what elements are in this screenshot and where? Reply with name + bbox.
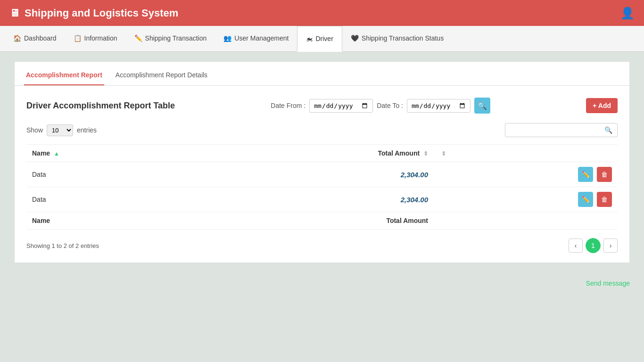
nav-label-shipping-transaction-status: Shipping Transaction Status: [362, 34, 444, 42]
search-box: 🔍: [505, 123, 618, 137]
users-icon: 👥: [223, 34, 231, 42]
sort-neutral-icon-2: ⇕: [441, 150, 446, 157]
search-input[interactable]: [505, 124, 600, 137]
page-1-button[interactable]: 1: [586, 238, 601, 253]
send-message-label: Send message: [586, 280, 630, 287]
date-from-label: Date From :: [271, 102, 305, 109]
sub-tab-accomplishment-report[interactable]: Accomplishment Report: [24, 67, 104, 85]
row-2-amount: 2,304.00: [183, 187, 434, 212]
nav-label-shipping-transaction: Shipping Transaction: [145, 34, 207, 42]
table-row: Data 2,304.00 ✏️ 🗑: [26, 187, 618, 212]
monitor-icon: 🖥: [9, 7, 20, 19]
edit-icon: ✏️: [134, 34, 142, 42]
send-message[interactable]: Send message: [0, 272, 644, 294]
main-nav: 🏠 Dashboard 📋 Information ✏️ Shipping Tr…: [0, 26, 644, 52]
app-title: Shipping and Logistics System: [25, 7, 178, 19]
nav-item-driver[interactable]: 🏍 Driver: [297, 26, 342, 52]
user-icon[interactable]: 👤: [620, 7, 635, 20]
show-entries-left: Show 10 25 50 100 entries: [26, 124, 97, 136]
date-filter: Date From : Date To : 🔍: [271, 98, 490, 114]
col-actions: ⇕: [434, 145, 618, 162]
sub-tabs: Accomplishment Report Accomplishment Rep…: [14, 61, 630, 85]
entries-label: entries: [77, 126, 97, 134]
showing-text: Showing 1 to 2 of 2 entries: [26, 242, 99, 249]
app-title-group: 🖥 Shipping and Logistics System: [9, 7, 178, 19]
main-content: Accomplishment Report Accomplishment Rep…: [0, 52, 644, 272]
prev-page-button[interactable]: ‹: [569, 239, 583, 253]
col-total-amount-label: Total Amount: [378, 149, 420, 157]
col-name: Name ▲: [26, 145, 183, 162]
add-button[interactable]: + Add: [586, 98, 618, 113]
show-entries-row: Show 10 25 50 100 entries 🔍: [26, 123, 618, 137]
app-header: 🖥 Shipping and Logistics System 👤: [0, 0, 644, 26]
table-header: Name ▲ Total Amount ⇕ ⇕: [26, 145, 618, 162]
next-page-button[interactable]: ›: [603, 239, 618, 253]
row-1-edit-button[interactable]: ✏️: [578, 167, 593, 182]
date-to-label: Date To :: [377, 102, 403, 109]
data-table: Name ▲ Total Amount ⇕ ⇕ Data 2,304.00: [26, 144, 618, 230]
row-1-name: Data: [26, 162, 183, 187]
col-name-label: Name: [32, 149, 50, 157]
col-name-footer: Name: [26, 212, 183, 230]
date-from-input[interactable]: [309, 99, 373, 113]
show-label: Show: [26, 126, 43, 134]
row-1-delete-button[interactable]: 🗑: [597, 167, 612, 182]
nav-label-user-management: User Management: [234, 34, 289, 42]
motorcycle-icon: 🏍: [306, 35, 313, 42]
sort-neutral-icon-1: ⇕: [423, 150, 428, 157]
row-1-amount: 2,304.00: [183, 162, 434, 187]
date-to-input[interactable]: [407, 99, 471, 113]
col-total-amount: Total Amount ⇕: [183, 145, 434, 162]
nav-item-dashboard[interactable]: 🏠 Dashboard: [5, 26, 65, 51]
col-total-amount-footer: Total Amount: [183, 212, 434, 230]
nav-item-user-management[interactable]: 👥 User Management: [215, 26, 297, 51]
search-date-button[interactable]: 🔍: [474, 98, 490, 114]
info-icon: 📋: [74, 34, 82, 42]
sort-up-icon: ▲: [54, 150, 59, 157]
row-2-delete-button[interactable]: 🗑: [597, 192, 612, 207]
row-1-actions: ✏️ 🗑: [434, 162, 618, 187]
nav-label-information: Information: [84, 34, 117, 42]
table-footer-row: Name Total Amount: [26, 212, 618, 230]
nav-item-shipping-transaction-status[interactable]: 🖤 Shipping Transaction Status: [342, 26, 452, 51]
heart-icon: 🖤: [351, 34, 359, 42]
table-card: Driver Accomplishment Report Table Date …: [14, 85, 630, 263]
col-actions-footer: [434, 212, 618, 230]
sub-tab-accomplishment-report-details[interactable]: Accomplishment Report Details: [114, 67, 209, 85]
nav-label-dashboard: Dashboard: [24, 34, 57, 42]
table-header-row: Driver Accomplishment Report Table Date …: [26, 98, 618, 114]
home-icon: 🏠: [13, 34, 21, 42]
row-2-name: Data: [26, 187, 183, 212]
pagination: ‹ 1 ›: [569, 238, 618, 253]
table-body: Data 2,304.00 ✏️ 🗑 Data 2,304.00 ✏️ 🗑: [26, 162, 618, 212]
sub-tab-accomplishment-report-label: Accomplishment Report: [26, 71, 102, 79]
table-row: Data 2,304.00 ✏️ 🗑: [26, 162, 618, 187]
nav-label-driver: Driver: [315, 35, 333, 42]
table-footer: Showing 1 to 2 of 2 entries ‹ 1 ›: [26, 238, 618, 253]
entries-select[interactable]: 10 25 50 100: [47, 124, 73, 136]
sub-tab-accomplishment-report-details-label: Accomplishment Report Details: [116, 71, 207, 79]
row-2-actions: ✏️ 🗑: [434, 187, 618, 212]
table-title: Driver Accomplishment Report Table: [26, 101, 175, 111]
nav-item-information[interactable]: 📋 Information: [65, 26, 126, 51]
row-2-edit-button[interactable]: ✏️: [578, 192, 593, 207]
nav-item-shipping-transaction[interactable]: ✏️ Shipping Transaction: [126, 26, 215, 51]
search-icon: 🔍: [600, 123, 617, 137]
